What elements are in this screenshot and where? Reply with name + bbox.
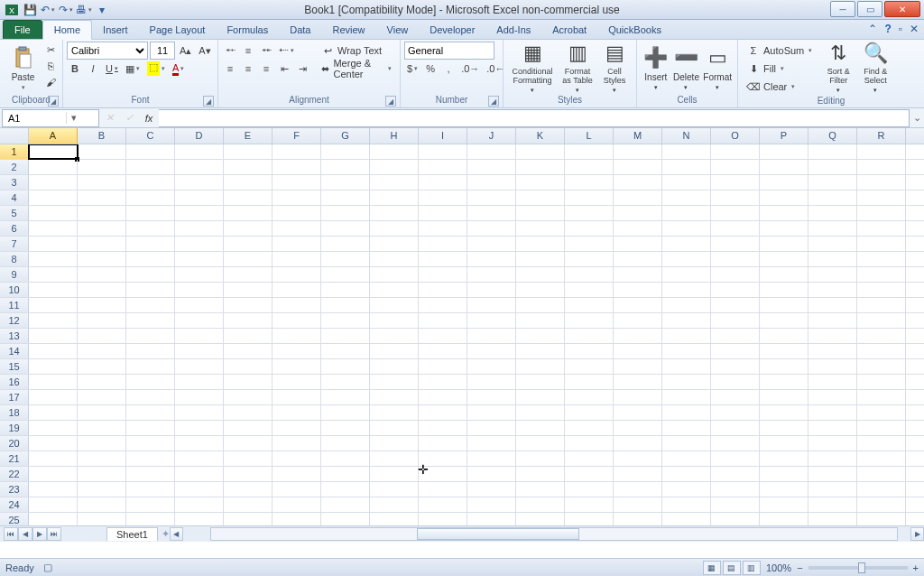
cell[interactable] [614,390,662,404]
cell[interactable] [126,436,175,451]
cell[interactable] [224,359,273,374]
font-launcher[interactable]: ◢ [203,96,214,107]
insert-cells-button[interactable]: ➕Insert▾ [641,42,671,94]
cell[interactable] [857,375,906,389]
cell[interactable] [126,206,175,220]
cell[interactable] [662,252,711,266]
cell[interactable] [565,451,614,466]
cell[interactable] [808,252,857,266]
zoom-slider-knob[interactable] [858,562,865,573]
cell[interactable] [78,175,126,190]
column-header[interactable]: D [175,128,224,144]
cell[interactable] [516,436,565,451]
row-header[interactable]: 10 [0,283,29,297]
cell[interactable] [321,329,370,343]
cell[interactable] [614,252,662,266]
cell[interactable] [808,344,857,358]
cell[interactable] [516,160,565,174]
bold-button[interactable]: B [67,60,83,77]
cell[interactable] [370,451,419,466]
cell[interactable] [321,513,370,525]
cell[interactable] [370,421,419,435]
cell[interactable] [662,237,711,251]
cell[interactable] [370,467,419,481]
format-painter-button[interactable]: 🖌 [42,74,59,90]
row-header[interactable]: 2 [0,160,29,174]
cell[interactable] [321,175,370,190]
cell[interactable] [857,175,906,190]
row-header[interactable]: 18 [0,405,29,420]
cell[interactable] [614,421,662,435]
cell[interactable] [516,237,565,251]
cell[interactable] [614,206,662,220]
row-header[interactable]: 8 [0,252,29,266]
cell[interactable] [662,359,711,374]
cell[interactable] [273,175,321,190]
cell[interactable] [760,451,808,466]
cell[interactable] [370,405,419,420]
cell[interactable] [175,144,224,159]
cell[interactable] [370,313,419,328]
cell[interactable] [29,482,78,497]
column-header[interactable]: C [126,128,175,144]
cell[interactable] [565,497,614,512]
cell[interactable] [419,436,467,451]
cell[interactable] [370,513,419,525]
hscroll-left[interactable]: ◀ [170,527,183,541]
cell[interactable] [321,467,370,481]
cell[interactable] [614,313,662,328]
cell[interactable] [857,344,906,358]
cell[interactable] [224,451,273,466]
cell[interactable] [29,267,78,282]
cell[interactable] [760,375,808,389]
cell[interactable] [273,329,321,343]
help-icon[interactable]: ? [884,23,891,35]
align-middle-button[interactable]: ≡ [240,42,256,59]
cell[interactable] [662,144,711,159]
cell[interactable] [224,252,273,266]
cell[interactable] [760,513,808,525]
cell[interactable] [857,237,906,251]
cell[interactable] [126,144,175,159]
cell[interactable] [419,313,467,328]
cell[interactable] [467,313,516,328]
cell[interactable] [808,313,857,328]
cell[interactable] [419,160,467,174]
cell[interactable] [419,252,467,266]
sheet-nav-first[interactable]: ⏮ [4,527,18,541]
tab-acrobat[interactable]: Acrobat [541,21,597,39]
cell[interactable] [614,497,662,512]
cell[interactable] [565,237,614,251]
cell[interactable] [565,252,614,266]
cell[interactable] [224,513,273,525]
conditional-formatting-button[interactable]: ▦Conditional Formatting▾ [507,42,558,94]
cell[interactable] [467,298,516,312]
cell[interactable] [29,190,78,205]
cell[interactable] [224,497,273,512]
cell[interactable] [516,206,565,220]
cell[interactable] [224,283,273,297]
column-header[interactable]: Q [808,128,857,144]
zoom-slider[interactable] [808,566,908,570]
row-header[interactable]: 3 [0,175,29,190]
cell[interactable] [467,144,516,159]
name-box-dropdown[interactable]: ▾ [66,112,80,124]
tab-data[interactable]: Data [279,21,321,39]
cell[interactable] [224,144,273,159]
cell[interactable] [760,144,808,159]
cell[interactable] [175,298,224,312]
cell[interactable] [175,221,224,236]
cell[interactable] [273,451,321,466]
cell[interactable] [126,405,175,420]
cell[interactable] [808,329,857,343]
cell[interactable] [78,144,126,159]
cell[interactable] [614,237,662,251]
cell[interactable] [565,421,614,435]
cell[interactable] [224,206,273,220]
save-icon[interactable]: 💾 [22,2,38,18]
cell[interactable] [614,175,662,190]
fill-button[interactable]: ⬇Fill [742,60,817,78]
column-header[interactable]: B [78,128,126,144]
cell[interactable] [273,190,321,205]
cell[interactable] [126,267,175,282]
